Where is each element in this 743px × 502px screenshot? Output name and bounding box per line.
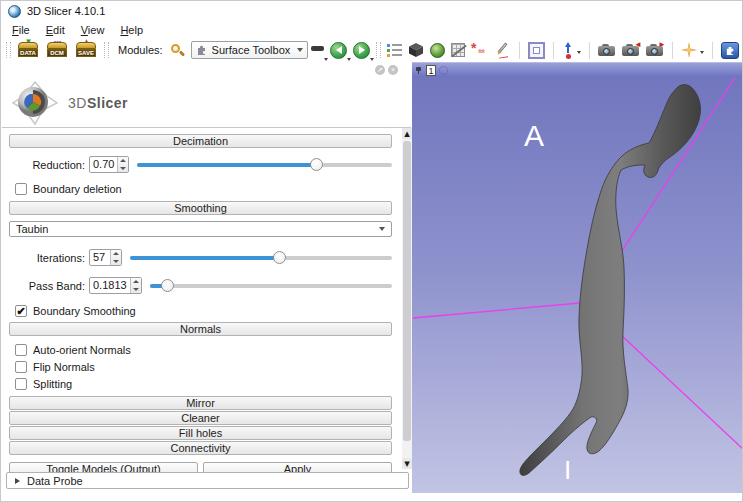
app-window: 3D Slicer 4.10.1 File Edit View Help ▼ D… (0, 0, 743, 502)
title-bar: 3D Slicer 4.10.1 (1, 1, 742, 21)
dock-close-button[interactable]: × (388, 65, 398, 75)
flip-normals-checkbox[interactable] (15, 361, 27, 373)
spin-buttons[interactable] (110, 250, 121, 265)
iterations-slider[interactable] (130, 251, 392, 265)
scene-capture-button[interactable] (598, 39, 616, 61)
auto-orient-normals-label: Auto-orient Normals (33, 344, 131, 356)
camera-save-icon: ◄ (622, 43, 640, 58)
reduction-slider[interactable] (137, 158, 392, 172)
chevron-down-icon (379, 227, 385, 231)
load-data-icon: ▼ DATA (17, 40, 40, 61)
menu-edit[interactable]: Edit (38, 22, 73, 38)
spin-buttons[interactable] (130, 278, 141, 293)
iterations-spinbox[interactable]: 57 (89, 249, 122, 266)
menu-help[interactable]: Help (112, 22, 151, 38)
splitting-checkbox[interactable] (15, 378, 27, 390)
boundary-deletion-checkbox[interactable] (15, 183, 27, 195)
section-mirror[interactable]: Mirror (9, 396, 392, 410)
reduction-label: Reduction: (21, 159, 85, 171)
auto-orient-normals-checkbox[interactable] (15, 344, 27, 356)
vessel-model[interactable] (520, 85, 701, 476)
smoothing-method-select[interactable]: Taubin (9, 221, 392, 237)
threed-scene (412, 77, 743, 493)
passband-slider[interactable] (150, 279, 392, 293)
data-probe-label: Data Probe (27, 475, 83, 487)
spin-down-icon (133, 288, 139, 291)
save-icon: ▲ SAVE (75, 40, 98, 61)
camera-icon (598, 43, 616, 58)
fiducials-button[interactable]: *** (471, 39, 489, 61)
module-list-button[interactable] (387, 39, 402, 61)
back-button[interactable] (330, 39, 347, 61)
section-decimation[interactable]: Decimation (9, 134, 392, 148)
reduction-spinbox[interactable]: 0.70 (89, 156, 129, 173)
chevron-down-icon (324, 58, 328, 61)
chevron-down-icon (297, 48, 303, 52)
expand-arrow-icon (15, 478, 20, 484)
forward-button[interactable] (353, 39, 370, 61)
module-selector[interactable]: Surface Toolbox (191, 41, 308, 59)
reduction-value: 0.70 (90, 157, 117, 172)
menu-view[interactable]: View (73, 22, 113, 38)
toolbar-grip[interactable] (376, 42, 381, 58)
passband-spinbox[interactable]: 0.1813 (89, 277, 142, 294)
back-icon (330, 42, 347, 59)
toolbar-grip[interactable] (6, 42, 11, 58)
toolbar-grip[interactable] (104, 42, 109, 58)
pin-icon[interactable] (415, 66, 423, 74)
save-button[interactable]: ▲ SAVE (75, 39, 98, 61)
section-normals[interactable]: Normals (9, 322, 392, 336)
module-history-button[interactable] (311, 39, 324, 61)
scroll-up-button[interactable]: ▴ (402, 128, 412, 139)
orientation-marker-anterior: A (524, 119, 544, 153)
window-title: 3D Slicer 4.10.1 (27, 5, 105, 17)
spin-down-icon (120, 167, 126, 170)
threed-view: 1 A (412, 62, 743, 493)
module-search-button[interactable] (170, 39, 188, 61)
load-data-button[interactable]: ▼ DATA (17, 39, 40, 61)
view-id-badge[interactable]: 1 (426, 65, 436, 76)
extensions-manager-button[interactable] (721, 39, 739, 61)
menu-file[interactable]: File (4, 22, 38, 38)
section-fill-holes[interactable]: Fill holes (9, 426, 392, 440)
crosshair-button[interactable] (562, 39, 574, 61)
section-smoothing[interactable]: Smoothing (9, 201, 392, 215)
slicer-logo-text: 3DSlicer (68, 95, 128, 111)
boundary-smoothing-checkbox[interactable]: ✔ (15, 305, 27, 317)
annotation-button[interactable] (495, 39, 511, 61)
flip-normals-label: Flip Normals (33, 361, 95, 373)
dicom-button[interactable]: ••• DCM (46, 39, 69, 61)
blue-puzzle-icon (721, 42, 739, 59)
data-probe-panel[interactable]: Data Probe (6, 472, 409, 489)
toolbar-separator (672, 42, 673, 59)
screenshot-icon (528, 42, 545, 59)
chevron-down-icon (347, 58, 351, 61)
toolbar-separator (553, 42, 554, 59)
dock-float-button[interactable]: ↗ (375, 65, 385, 75)
passband-value: 0.1813 (90, 278, 130, 293)
main-toolbar: ▼ DATA ••• DCM ▲ SAVE Modules: Surface T (1, 38, 742, 62)
scene-view-save-button[interactable]: ◄ (622, 39, 640, 61)
scene-view-restore-button[interactable]: ► (646, 39, 664, 61)
models-button[interactable] (430, 39, 445, 61)
app-icon (8, 5, 21, 18)
screenshot-button[interactable] (528, 39, 545, 61)
scroll-down-button[interactable]: ▾ (402, 458, 412, 469)
search-icon (170, 43, 185, 58)
spin-buttons[interactable] (117, 157, 128, 172)
threed-canvas[interactable]: A I (412, 77, 743, 493)
dark-cube-icon (408, 42, 424, 58)
view-controls-icon[interactable] (439, 66, 448, 75)
crosshair-icon (562, 42, 574, 59)
ruler-grid-icon (451, 43, 465, 57)
crosshair-line-left (413, 303, 580, 318)
measurement-button[interactable] (451, 39, 465, 61)
scrollbar-thumb[interactable] (403, 141, 411, 441)
section-connectivity[interactable]: Connectivity (9, 441, 392, 455)
spin-up-icon (113, 252, 119, 255)
panel-scrollbar[interactable]: ▴ ▾ (402, 128, 412, 469)
iterations-label: Iterations: (21, 252, 85, 264)
volume-cube-button[interactable] (408, 39, 424, 61)
sparkle-button[interactable] (681, 39, 697, 61)
section-cleaner[interactable]: Cleaner (9, 411, 392, 425)
